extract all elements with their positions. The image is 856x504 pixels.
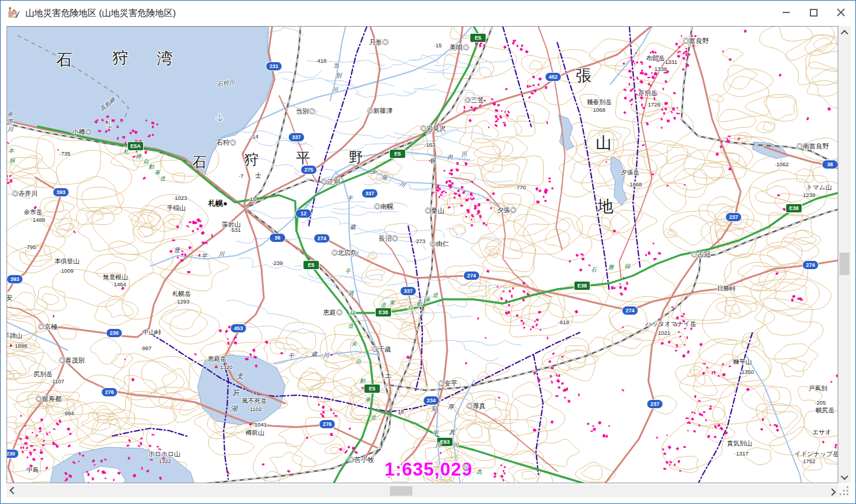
grip-dots-icon (847, 493, 848, 495)
chevron-down-icon (841, 472, 848, 480)
chevron-up-icon (841, 30, 848, 37)
minimize-button[interactable] (773, 1, 800, 24)
vertical-scroll-thumb[interactable] (839, 253, 849, 275)
scroll-left-button[interactable] (7, 484, 20, 497)
scroll-down-button[interactable] (838, 470, 851, 483)
window-title: 山地災害危険地区 (山地災害危険地区) (25, 8, 176, 19)
horizontal-scrollbar[interactable] (7, 484, 838, 497)
minimize-icon (783, 12, 790, 13)
vertical-scrollbar[interactable] (838, 26, 851, 483)
scroll-right-button[interactable] (825, 484, 838, 497)
maximize-icon (810, 9, 818, 17)
map-layer-edit-icon (8, 7, 21, 20)
close-button[interactable] (827, 1, 854, 24)
app-window: 山地災害危険地区 (山地災害危険地区) 1:635,029 E5AE5E5E5E… (0, 0, 856, 504)
map-canvas (7, 27, 838, 483)
horizontal-scroll-thumb[interactable] (390, 486, 412, 496)
title-bar: 山地災害危険地区 (山地災害危険地区) (1, 1, 855, 25)
resize-grip[interactable] (838, 484, 851, 497)
scroll-up-button[interactable] (838, 26, 851, 39)
maximize-button[interactable] (800, 1, 827, 24)
map-viewport[interactable]: 1:635,029 E5AE5E5E5E5E38E38E38E632314522… (7, 26, 838, 483)
chevron-right-icon (828, 488, 836, 496)
window-controls (773, 1, 854, 24)
chevron-left-icon (9, 486, 17, 494)
close-icon (836, 8, 845, 17)
